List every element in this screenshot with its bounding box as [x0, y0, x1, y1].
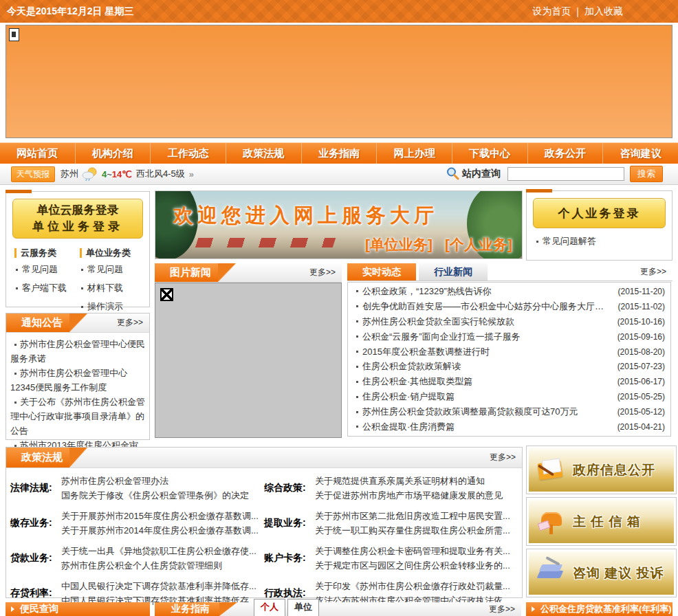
- search-button[interactable]: 搜索: [630, 166, 663, 182]
- consult-suggest-complaint-button[interactable]: 咨询 建议 投诉: [526, 549, 677, 597]
- news-link[interactable]: 创先争优助百姓安居——市公积金中心姑苏分中心服务大厅纪事: [362, 300, 613, 313]
- convenience-query-header[interactable]: 便民查询: [6, 602, 150, 616]
- news-row: 公积金提取·住房消费篇(2015-04-21): [348, 421, 670, 433]
- title-bar-icon: [80, 248, 82, 258]
- weather-more-arrow[interactable]: »: [189, 169, 194, 179]
- policy-link[interactable]: 关于开展苏州市2015年度住房公积金缴存基数调...: [61, 509, 264, 523]
- bullet-icon: [81, 287, 83, 289]
- policy-link[interactable]: 国务院关于修改《住房公积金管理条例》的决定: [61, 488, 264, 503]
- policy-link[interactable]: 中国人民银行决定下调存贷款基准利率并降低存...: [61, 579, 264, 593]
- unit-business-title: 单位业务类: [80, 247, 145, 259]
- policy-link[interactable]: 关于调整住房公积金卡密码管理和提取业务有关...: [315, 544, 518, 558]
- tab-industry-news[interactable]: 行业新闻: [419, 263, 488, 280]
- tab-realtime-news[interactable]: 实时动态: [347, 263, 416, 280]
- nav-item-business-guide[interactable]: 业务指南: [302, 143, 378, 164]
- notice-link[interactable]: 关于公布《苏州市住房公积金管理中心行政审批事项目录清单》的公告: [10, 397, 145, 436]
- notice-link[interactable]: 苏州市住房公积金管理中心便民服务承诺: [10, 339, 145, 364]
- topbar-links: 设为首页 | 加入收藏: [532, 6, 623, 18]
- nav-item-work-news[interactable]: 工作动态: [151, 143, 226, 164]
- news-link[interactable]: 住房公积金·销户提取篇: [362, 390, 612, 403]
- news-date: (2015-09-16): [617, 332, 665, 342]
- news-link[interactable]: 住房公积金·其他提取类型篇: [362, 375, 612, 388]
- news-row: 2015年度公积金基数调整进行时(2015-08-20): [348, 346, 670, 358]
- tab-unit[interactable]: 单位: [287, 599, 319, 616]
- notice-link[interactable]: 苏州市住房公积金管理中心12345便民服务工作制度: [10, 368, 127, 393]
- news-link[interactable]: 苏州住房公积金贷款全面实行轮候放款: [362, 316, 612, 328]
- search-icon: [446, 166, 459, 182]
- current-date-text: 今天是2015年12月2日 星期三: [7, 6, 133, 18]
- client-download-link[interactable]: 客户端下载: [16, 282, 80, 294]
- news-row: 住房公积金贷款政策解读(2015-07-23): [348, 360, 670, 373]
- header-swoosh: [218, 263, 236, 282]
- policy-link[interactable]: 关于统一出具《异地贷款职工住房公积金缴存使...: [61, 544, 264, 558]
- nav-item-policy[interactable]: 政策法规: [226, 143, 302, 164]
- news-row: 公积金“云服务”面向企业打造一揽子服务(2015-09-16): [348, 331, 670, 343]
- policy-link[interactable]: 关于苏州市区第二批危旧房改造工程中居民安置...: [315, 509, 518, 523]
- bullet-icon: [356, 396, 358, 398]
- nav-item-gov-open[interactable]: 政务公开: [528, 143, 604, 164]
- nav-item-org-intro[interactable]: 机构介绍: [76, 143, 151, 164]
- policy-link[interactable]: 关于开展苏州市2014年度住房公积金缴存基数调...: [61, 523, 264, 538]
- news-link[interactable]: 住房公积金贷款政策解读: [362, 360, 612, 373]
- policy-link[interactable]: 苏州市住房公积金个人住房贷款管理细则: [61, 558, 264, 573]
- policy-link[interactable]: 关于规范提供直系亲属关系证明材料的通知: [315, 474, 518, 488]
- notice-item: 苏州市住房公积金管理中心12345便民服务工作制度: [10, 366, 145, 395]
- notice-header: 通知公告 更多>>: [6, 314, 149, 333]
- news-row: 苏州住房公积金贷款政策调整最高贷款额度可达70万元(2015-05-12): [348, 406, 670, 418]
- news-date: (2015-10-16): [617, 317, 665, 327]
- material-download-link[interactable]: 材料下载: [81, 282, 145, 294]
- bullet-icon: [14, 373, 17, 375]
- unit-login-button[interactable]: 单位云服务登录 单位业务登录: [12, 199, 143, 239]
- set-home-link[interactable]: 设为首页: [532, 6, 571, 18]
- policy-link[interactable]: 关于促进苏州市房地产市场平稳健康发展的意见: [315, 488, 518, 503]
- nav-item-online-service[interactable]: 网上办理: [377, 143, 452, 164]
- notice-title: 通知公告: [6, 314, 69, 332]
- add-favorite-link[interactable]: 加入收藏: [584, 6, 623, 18]
- cloud-faq-link[interactable]: 常见问题: [16, 263, 80, 276]
- faq-answers-link[interactable]: 常见问题解答: [536, 235, 596, 248]
- news-link[interactable]: 苏州住房公积金贷款政策调整最高贷款额度可达70万元: [362, 406, 612, 418]
- personal-login-button[interactable]: 个人业务登录: [533, 198, 666, 228]
- nav-item-consult[interactable]: 咨询建议: [603, 143, 678, 164]
- link-label: 操作演示: [87, 300, 123, 313]
- gov-info-disclosure-button[interactable]: 政府信息公开: [526, 446, 677, 494]
- news-link[interactable]: 2015年度公积金基数调整进行时: [362, 346, 612, 358]
- news-more-link[interactable]: 更多>>: [640, 266, 672, 278]
- weather-icon: [81, 166, 99, 182]
- policy-more-link[interactable]: 更多>>: [490, 452, 522, 463]
- notice-more-link[interactable]: 更多>>: [117, 317, 149, 329]
- policy-row: 缴存业务: 关于开展苏州市2015年度住房公积金缴存基数调...关于开展苏州市2…: [10, 509, 264, 538]
- nav-item-download[interactable]: 下载中心: [452, 143, 528, 164]
- policy-link[interactable]: 关于印发《苏州市住房公积金缴存行政处罚裁量...: [315, 579, 518, 593]
- chairs-decoration: [195, 238, 336, 248]
- photo-news-more-link[interactable]: 更多>>: [309, 267, 342, 278]
- unit-faq-link[interactable]: 常见问题: [81, 263, 145, 276]
- policy-link[interactable]: 苏州市住房公积金管理办法: [61, 474, 264, 488]
- header-swoosh: [69, 314, 87, 332]
- news-link[interactable]: 公积金政策，“12329”热线告诉你: [362, 285, 613, 298]
- director-mailbox-button[interactable]: 主 任 信 箱: [526, 497, 677, 546]
- unit-business-banner-link[interactable]: [单位业务]: [365, 235, 433, 254]
- tab-personal[interactable]: 个人: [254, 599, 285, 616]
- search-label: 站内查询: [462, 168, 501, 180]
- policy-link[interactable]: 关于统一职工购买存量住房提取住房公积金所需...: [315, 523, 518, 538]
- policy-category-label: 贷款业务:: [10, 544, 61, 573]
- weather-forecast-badge[interactable]: 天气预报: [11, 166, 55, 182]
- news-link[interactable]: 公积金提取·住房消费篇: [362, 421, 612, 433]
- weather-search-bar: 天气预报 苏州 4 ~ 14℃ 西北风4-5级 » 站内查询 搜索: [0, 164, 678, 185]
- news-date: (2015-04-21): [617, 422, 665, 432]
- bullet-icon: [356, 336, 358, 338]
- site-search-input[interactable]: [507, 167, 624, 181]
- loan-rate-header[interactable]: 公积金住房贷款基准利率(年利率): [526, 602, 672, 616]
- bullet-icon: [356, 320, 358, 322]
- news-date: (2015-05-25): [617, 392, 665, 402]
- nav-item-home[interactable]: 网站首页: [0, 143, 76, 164]
- policy-category-label: 法律法规:: [10, 474, 61, 503]
- unit-login-panel: 单位云服务登录 单位业务登录 云服务类 常见问题 客户端下载 单位业务类 常见问…: [6, 191, 150, 307]
- policy-link[interactable]: 关于规定市区与园区之间住房公积金转移业务的...: [315, 558, 518, 573]
- news-link[interactable]: 公积金“云服务”面向企业打造一揽子服务: [362, 331, 612, 343]
- operation-demo-link[interactable]: 操作演示: [81, 300, 145, 313]
- guide-more-link[interactable]: 更多>>: [489, 604, 521, 615]
- personal-business-banner-link[interactable]: [个人业务]: [445, 235, 512, 254]
- policy-left-column: 法律法规: 苏州市住房公积金管理办法国务院关于修改《住房公积金管理条例》的决定 …: [10, 474, 264, 608]
